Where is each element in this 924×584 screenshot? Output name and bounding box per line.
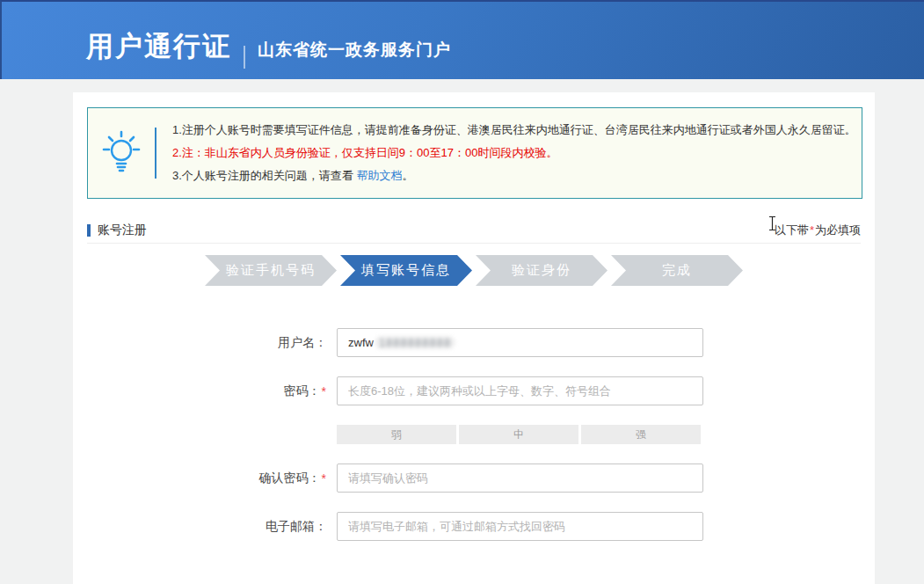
tip-line-3: 3.个人账号注册的相关问题，请查看 帮助文档。: [172, 164, 856, 187]
required-note: 以下带*为必填项: [775, 223, 861, 238]
required-note-prefix: 以下带: [775, 223, 809, 237]
password-row: 密码：*: [73, 376, 875, 405]
required-note-suffix: 为必填项: [815, 223, 861, 237]
step-account-info: 填写账号信息: [340, 255, 472, 286]
content-panel: 1.注册个人账号时需要填写证件信息，请提前准备身份证、港澳居民往来内地通行证、台…: [73, 92, 875, 584]
password-input[interactable]: [337, 376, 703, 405]
tip-box: 1.注册个人账号时需要填写证件信息，请提前准备身份证、港澳居民往来内地通行证、台…: [87, 107, 862, 199]
password-label: 密码：*: [73, 383, 327, 399]
portal-header: 用户通行证 山东省统一政务服务门户: [0, 0, 924, 79]
confirm-password-label: 确认密码：*: [73, 471, 327, 486]
step-complete: 完成: [611, 255, 743, 286]
tip-line-1: 1.注册个人账号时需要填写证件信息，请提前准备身份证、港澳居民往来内地通行证、台…: [172, 119, 856, 142]
password-required-star: *: [321, 384, 327, 398]
step-verify-identity-label: 验证身份: [512, 262, 571, 279]
header-divider: [244, 46, 245, 69]
username-label: 用户名：: [73, 335, 327, 351]
step-complete-label: 完成: [662, 262, 692, 279]
portal-subtitle: 山东省统一政务服务门户: [258, 39, 451, 62]
step-verify-phone-label: 验证手机号码: [226, 262, 316, 279]
step-verify-identity: 验证身份: [476, 255, 608, 286]
strength-weak: 弱: [337, 425, 456, 444]
email-label: 电子邮箱：: [73, 519, 327, 535]
help-doc-link[interactable]: 帮助文档: [356, 169, 402, 182]
confirm-password-row: 确认密码：*: [73, 464, 875, 493]
required-star: *: [809, 223, 815, 237]
email-row: 电子邮箱：: [73, 512, 875, 541]
tip-line-3-suffix: 。: [402, 169, 413, 182]
tip-line-3-text: 3.个人账号注册的相关问题，请查看: [172, 169, 356, 182]
email-input[interactable]: [337, 512, 703, 541]
username-value: zwfw: [348, 336, 374, 349]
username-row: 用户名： zwfw 1888888888: [73, 328, 875, 357]
registration-form: 用户名： zwfw 1888888888 密码：* 弱 中 强 确认密码：*: [73, 328, 875, 541]
tip-line-2: 2.注：非山东省内人员身份验证，仅支持日间9：00至17：00时间段内校验。: [172, 142, 856, 164]
password-strength-meter: 弱 中 强: [337, 425, 701, 444]
step-account-info-label: 填写账号信息: [361, 262, 451, 279]
section-header: 账号注册 以下带*为必填项: [87, 217, 861, 244]
portal-title: 用户通行证: [86, 28, 231, 65]
section-accent-bar: [87, 224, 91, 237]
registration-steps: 验证手机号码 填写账号信息 验证身份 完成: [73, 255, 875, 286]
confirm-required-star: *: [321, 471, 327, 485]
lightbulb-icon: [88, 130, 155, 176]
step-verify-phone: 验证手机号码: [205, 255, 337, 286]
section-title: 账号注册: [98, 223, 147, 238]
confirm-password-input[interactable]: [337, 464, 703, 493]
strength-medium: 中: [459, 425, 578, 444]
strength-strong: 强: [581, 425, 701, 444]
username-input[interactable]: zwfw 1888888888: [337, 328, 703, 357]
username-redacted-digits: 1888888888: [375, 336, 455, 349]
